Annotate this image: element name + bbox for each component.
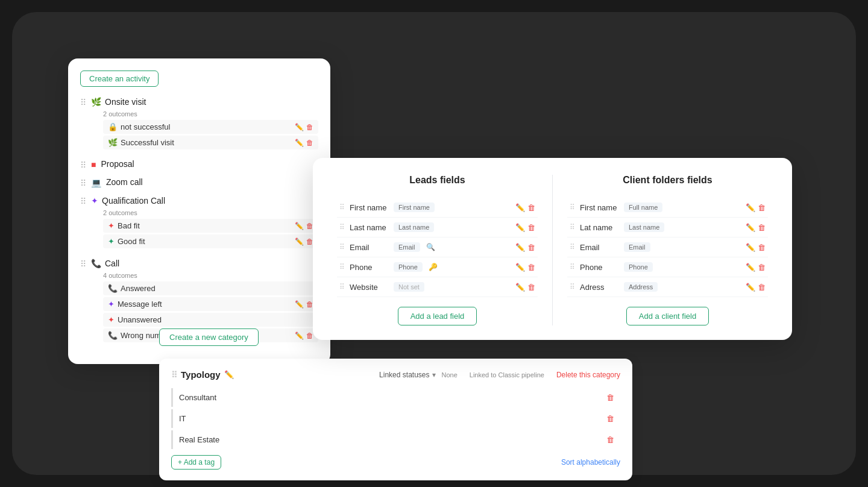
field-drag-handle[interactable]: ⠿ xyxy=(570,223,575,231)
edit-field-icon[interactable]: ✏️ xyxy=(515,203,525,212)
field-row-email: ⠿ Email Email 🔍 ✏️ 🗑 xyxy=(337,237,538,257)
field-drag-handle[interactable]: ⠿ xyxy=(339,283,345,291)
field-drag-handle[interactable]: ⠿ xyxy=(339,203,345,212)
field-placeholder: First name xyxy=(394,203,435,212)
edit-icon[interactable]: ✏️ xyxy=(295,331,304,340)
field-drag-handle[interactable]: ⠿ xyxy=(339,263,345,271)
delete-field-icon[interactable]: 🗑 xyxy=(527,283,535,292)
drag-handle-icon[interactable]: ⠿ xyxy=(80,98,86,107)
edit-field-icon[interactable]: ✏️ xyxy=(746,203,755,212)
drag-handle-icon[interactable]: ⠿ xyxy=(80,160,86,170)
field-placeholder: Email xyxy=(624,242,650,252)
tag-name: Consultant xyxy=(179,393,216,402)
activity-name: Onsite visit xyxy=(105,97,146,107)
field-placeholder: Last name xyxy=(394,222,434,232)
typology-edit-icon[interactable]: ✏️ xyxy=(224,370,234,379)
leads-fields-title: Leads fields xyxy=(337,175,538,186)
delete-field-icon[interactable]: 🗑 xyxy=(758,283,766,292)
client-fields-title: Client folders fields xyxy=(567,175,768,186)
edit-field-icon[interactable]: ✏️ xyxy=(515,263,525,272)
outcomes-label: 2 outcomes xyxy=(103,209,318,216)
outcome-name: Unanswered xyxy=(118,315,162,324)
activity-zoom-call: ⠿ 💻 Zoom call xyxy=(80,177,318,188)
typology-drag-handle[interactable]: ⠿ xyxy=(171,370,177,380)
field-drag-handle[interactable]: ⠿ xyxy=(570,283,575,291)
edit-icon[interactable]: ✏️ xyxy=(295,222,304,230)
activity-name: Call xyxy=(105,259,119,268)
linked-statuses: Linked statuses ▾ None xyxy=(379,371,458,379)
edit-field-icon[interactable]: ✏️ xyxy=(746,223,755,232)
field-drag-handle[interactable]: ⠿ xyxy=(570,243,575,251)
fields-modal: Leads fields ⠿ First name First name ✏️ … xyxy=(313,158,792,340)
typology-title: ⠿ Typology ✏️ xyxy=(171,369,234,380)
leads-fields-section: Leads fields ⠿ First name First name ✏️ … xyxy=(327,175,547,325)
create-category-section: Create a new category xyxy=(159,328,259,346)
delete-tag-icon[interactable]: 🗑 xyxy=(606,435,614,444)
activity-onsite-visit: ⠿ 🌿 Onsite visit 2 outcomes 🔒 not succes… xyxy=(80,96,318,152)
delete-icon[interactable]: 🗑 xyxy=(306,331,313,340)
delete-field-icon[interactable]: 🗑 xyxy=(758,263,766,272)
outcome-icon: 📞 xyxy=(108,331,118,340)
drag-handle-icon[interactable]: ⠿ xyxy=(80,178,86,188)
typology-panel: ⠿ Typology ✏️ Linked statuses ▾ None Lin… xyxy=(159,359,632,480)
outcome-name: not successful xyxy=(121,122,170,131)
outcome-item: 🌿 Successful visit ✏️ 🗑 xyxy=(103,136,318,149)
edit-field-icon[interactable]: ✏️ xyxy=(746,243,755,252)
typology-meta: Linked statuses ▾ None Linked to Classic… xyxy=(379,371,620,379)
activity-proposal: ⠿ ■ Proposal xyxy=(80,159,318,170)
add-client-field-button[interactable]: Add a client field xyxy=(626,307,709,325)
drag-handle-icon[interactable]: ⠿ xyxy=(80,259,86,269)
outcome-icon: ✦ xyxy=(108,221,115,230)
outcome-icon: ✦ xyxy=(108,315,115,324)
activity-icon: ✦ xyxy=(91,196,98,206)
create-activity-button[interactable]: Create an activity xyxy=(80,71,159,87)
edit-field-icon[interactable]: ✏️ xyxy=(746,263,755,272)
delete-tag-icon[interactable]: 🗑 xyxy=(606,393,614,402)
outcome-item: ✦ Message left ✏️ 🗑 xyxy=(103,297,318,311)
create-category-button[interactable]: Create a new category xyxy=(159,328,259,346)
outcome-name: Good fit xyxy=(118,237,145,246)
delete-category-button[interactable]: Delete this category xyxy=(556,371,620,379)
field-row-firstname: ⠿ First name Full name ✏️ 🗑 xyxy=(567,198,768,218)
field-placeholder: Address xyxy=(624,282,658,292)
drag-handle-icon[interactable]: ⠿ xyxy=(80,196,86,206)
edit-field-icon[interactable]: ✏️ xyxy=(746,283,755,292)
add-lead-field-button[interactable]: Add a lead field xyxy=(398,307,477,325)
field-name: Adress xyxy=(580,283,619,292)
typology-name: Typology xyxy=(181,369,221,380)
field-row-email: ⠿ Email Email ✏️ 🗑 xyxy=(567,237,768,257)
field-drag-handle[interactable]: ⠿ xyxy=(339,223,345,231)
edit-icon[interactable]: ✏️ xyxy=(295,139,304,147)
edit-field-icon[interactable]: ✏️ xyxy=(515,243,525,252)
delete-field-icon[interactable]: 🗑 xyxy=(527,223,535,232)
add-tag-button[interactable]: + Add a tag xyxy=(171,455,221,470)
field-drag-handle[interactable]: ⠿ xyxy=(339,243,345,251)
field-row-firstname: ⠿ First name First name ✏️ 🗑 xyxy=(337,198,538,218)
delete-icon[interactable]: 🗑 xyxy=(306,139,313,147)
field-name: Email xyxy=(350,243,389,252)
outcome-icon: ✦ xyxy=(108,300,115,309)
tag-item-real-estate: Real Estate 🗑 xyxy=(171,430,620,449)
field-drag-handle[interactable]: ⠿ xyxy=(570,203,575,212)
delete-tag-icon[interactable]: 🗑 xyxy=(606,414,614,423)
edit-field-icon[interactable]: ✏️ xyxy=(515,283,525,292)
field-name: Email xyxy=(580,243,619,252)
edit-icon[interactable]: ✏️ xyxy=(295,300,304,309)
edit-field-icon[interactable]: ✏️ xyxy=(515,223,525,232)
delete-field-icon[interactable]: 🗑 xyxy=(527,203,535,212)
chevron-down-icon[interactable]: ▾ xyxy=(432,371,436,379)
delete-field-icon[interactable]: 🗑 xyxy=(527,263,535,272)
edit-icon[interactable]: ✏️ xyxy=(295,123,304,131)
edit-icon[interactable]: ✏️ xyxy=(295,237,304,246)
sort-alphabetically-button[interactable]: Sort alphabetically xyxy=(561,458,620,467)
delete-field-icon[interactable]: 🗑 xyxy=(527,243,535,252)
field-name: Phone xyxy=(580,263,619,272)
delete-field-icon[interactable]: 🗑 xyxy=(758,223,766,232)
tag-item-it: IT 🗑 xyxy=(171,409,620,428)
delete-field-icon[interactable]: 🗑 xyxy=(758,243,766,252)
activity-icon: 💻 xyxy=(91,178,101,187)
linked-pipeline: Linked to Classic pipeline xyxy=(470,371,544,379)
field-drag-handle[interactable]: ⠿ xyxy=(570,263,575,271)
delete-field-icon[interactable]: 🗑 xyxy=(758,203,766,212)
delete-icon[interactable]: 🗑 xyxy=(306,123,313,131)
